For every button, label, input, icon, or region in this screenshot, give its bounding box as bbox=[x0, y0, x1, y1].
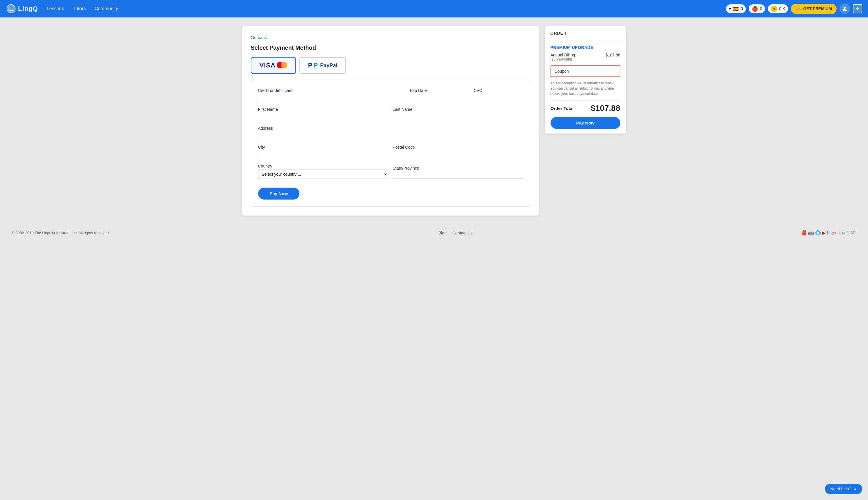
paypal-text: PayPal bbox=[320, 62, 337, 69]
add-icon: + bbox=[856, 5, 859, 12]
android-icon[interactable]: 🤖 bbox=[808, 230, 814, 236]
renewal-notice: This subscription will automatically ren… bbox=[551, 81, 620, 96]
name-row: First Name Last Name bbox=[258, 107, 523, 120]
logo[interactable]: LingQ bbox=[6, 3, 38, 14]
first-name-field: First Name bbox=[258, 107, 388, 120]
state-field: State/Province bbox=[393, 166, 523, 179]
state-label: State/Province bbox=[393, 166, 523, 170]
svg-point-1 bbox=[844, 7, 846, 9]
card-number-input[interactable] bbox=[258, 94, 406, 101]
footer-api-link[interactable]: LingQ API bbox=[839, 231, 856, 235]
postal-code-field: Postal Code bbox=[393, 145, 523, 158]
footer-right: 🍎 🤖 🌐 ▶ f t g+ LingQ API bbox=[801, 230, 856, 236]
coin-icon: ● bbox=[771, 5, 777, 12]
nav-community[interactable]: Community bbox=[94, 6, 118, 11]
paypal-logo: P P PayPal bbox=[308, 62, 337, 69]
address-field: Address bbox=[258, 126, 523, 139]
first-name-input[interactable] bbox=[258, 113, 388, 120]
city-field: City bbox=[258, 145, 388, 158]
twitter-icon[interactable]: t bbox=[829, 230, 831, 236]
address-row: Address bbox=[258, 126, 523, 139]
apple-store-icon[interactable]: 🍎 bbox=[801, 230, 807, 236]
card-row: Credit or debit card Exp Date CVC bbox=[258, 88, 523, 101]
google-plus-icon[interactable]: g+ bbox=[832, 230, 837, 236]
mc-orange-circle bbox=[281, 62, 287, 68]
add-button[interactable]: + bbox=[853, 4, 862, 13]
footer-social-icons: 🍎 🤖 🌐 ▶ f t g+ bbox=[801, 230, 837, 236]
billing-label-group: Annual Billing ($8.99/month) bbox=[551, 53, 575, 61]
apple-icon: 🍎 bbox=[752, 5, 758, 12]
billing-label: Annual Billing bbox=[551, 53, 575, 57]
footer-blog-link[interactable]: Blog bbox=[439, 231, 447, 235]
city-input[interactable] bbox=[258, 151, 388, 158]
card-number-field: Credit or debit card bbox=[258, 88, 406, 101]
paypal-p-light: P bbox=[314, 62, 318, 69]
go-back-link[interactable]: Go back bbox=[251, 35, 530, 40]
chevron-up-icon: ▲ bbox=[854, 487, 857, 491]
apple-badge[interactable]: 🍎 0 bbox=[749, 4, 765, 13]
visa-text: VISA bbox=[260, 62, 275, 69]
main-content: Go back Select Payment Method VISA P P P… bbox=[230, 18, 638, 224]
address-input[interactable] bbox=[258, 132, 523, 139]
card-form: Credit or debit card Exp Date CVC First … bbox=[251, 81, 530, 207]
exp-date-field: Exp Date bbox=[410, 88, 469, 101]
card-number-label: Credit or debit card bbox=[258, 88, 406, 93]
paypal-payment-button[interactable]: P P PayPal bbox=[300, 57, 346, 74]
visa-payment-button[interactable]: VISA bbox=[251, 57, 296, 74]
last-name-field: Last Name bbox=[393, 107, 523, 120]
apple-count: 0 bbox=[760, 7, 762, 11]
coupon-input[interactable] bbox=[572, 69, 623, 73]
footer: © 2002-2019 The Linguist Institute, Inc.… bbox=[0, 224, 868, 241]
cvc-input[interactable] bbox=[474, 94, 523, 101]
facebook-icon[interactable]: f bbox=[827, 230, 828, 236]
language-count: 0 bbox=[741, 7, 743, 11]
order-body: PREMIUM UPGRADE Annual Billing ($8.99/mo… bbox=[545, 41, 626, 134]
logo-text: LingQ bbox=[18, 5, 38, 12]
navbar: LingQ Lessons Tutors Community ▾ 🇪🇸 0 🍎 … bbox=[0, 0, 868, 18]
premium-btn-label: GET PREMIUM bbox=[803, 7, 832, 11]
navbar-nav: Lessons Tutors Community bbox=[47, 6, 726, 11]
section-title: Select Payment Method bbox=[251, 45, 530, 51]
exp-date-label: Exp Date bbox=[410, 88, 469, 93]
nav-lessons[interactable]: Lessons bbox=[47, 6, 64, 11]
lingq-logo-icon bbox=[6, 3, 16, 14]
get-premium-button[interactable]: 👑 GET PREMIUM bbox=[791, 4, 837, 14]
youtube-icon[interactable]: ▶ bbox=[822, 230, 825, 236]
flag-icon: 🇪🇸 bbox=[733, 5, 739, 12]
coupon-section: Coupon bbox=[551, 66, 620, 77]
order-total-price: $107.88 bbox=[591, 104, 620, 113]
avatar[interactable] bbox=[839, 3, 850, 14]
order-divider bbox=[551, 100, 620, 101]
billing-sub: ($8.99/month) bbox=[551, 57, 575, 61]
footer-links: Blog Contact Us bbox=[439, 231, 473, 235]
pay-now-form-button[interactable]: Pay Now bbox=[258, 188, 300, 200]
first-name-label: First Name bbox=[258, 107, 388, 112]
postal-code-input[interactable] bbox=[393, 151, 523, 158]
coupon-label: Coupon bbox=[555, 69, 569, 73]
order-total-label: Order Total bbox=[551, 106, 574, 111]
billing-price: $107.88 bbox=[606, 53, 620, 57]
city-postal-row: City Postal Code bbox=[258, 145, 523, 158]
order-product-name: PREMIUM UPGRADE bbox=[551, 45, 620, 50]
last-name-input[interactable] bbox=[393, 113, 523, 120]
exp-date-input[interactable] bbox=[410, 94, 469, 101]
order-header: ORDER bbox=[545, 26, 626, 41]
nav-tutors[interactable]: Tutors bbox=[73, 6, 86, 11]
chrome-icon[interactable]: 🌐 bbox=[815, 230, 821, 236]
language-badge[interactable]: ▾ 🇪🇸 0 bbox=[726, 4, 746, 13]
paypal-p-blue: P bbox=[308, 62, 313, 69]
footer-contact-link[interactable]: Contact Us bbox=[452, 231, 473, 235]
chevron-down-icon: ▾ bbox=[729, 7, 731, 11]
city-label: City bbox=[258, 145, 388, 149]
country-select[interactable]: Select your country ... bbox=[258, 170, 388, 179]
country-field: Country Select your country ... bbox=[258, 164, 388, 179]
state-input[interactable] bbox=[393, 172, 523, 179]
need-help-button[interactable]: Need help? ▲ bbox=[825, 484, 862, 494]
last-name-label: Last Name bbox=[393, 107, 523, 112]
coin-badge[interactable]: ● 0 K bbox=[768, 4, 788, 13]
mastercard-icon bbox=[277, 62, 287, 69]
country-state-row: Country Select your country ... State/Pr… bbox=[258, 164, 523, 179]
navbar-right: ▾ 🇪🇸 0 🍎 0 ● 0 K 👑 GET PREMIUM + bbox=[726, 3, 862, 14]
footer-copyright: © 2002-2019 The Linguist Institute, Inc.… bbox=[12, 231, 110, 235]
pay-now-order-button[interactable]: Pay Now bbox=[551, 117, 620, 129]
